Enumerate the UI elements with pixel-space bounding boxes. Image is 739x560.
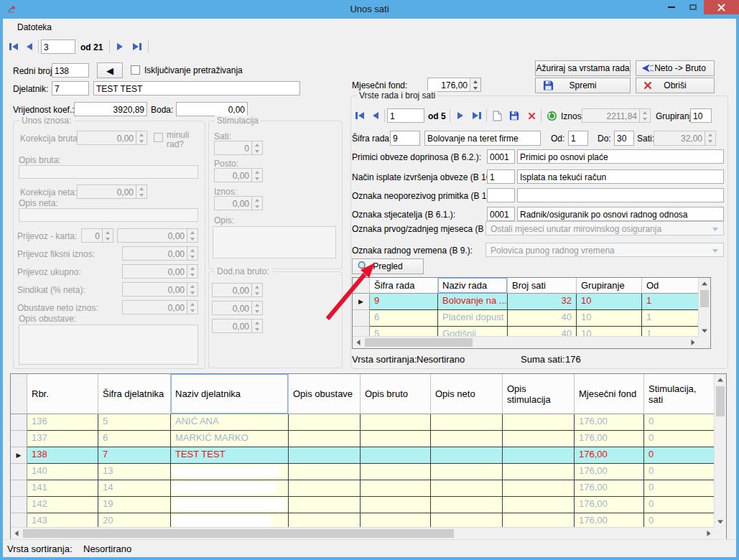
menu-datoteka[interactable]: Datoteka <box>13 21 56 34</box>
back-button[interactable]: ◀ <box>97 62 123 78</box>
last-record-icon <box>473 112 478 119</box>
table-row[interactable]: 141 14 176,00 0 <box>11 480 715 497</box>
table-row[interactable]: ▶ 9 Bolovanje na ... 32 10 1 <box>353 294 699 310</box>
table-row[interactable]: 137 6 MARKIĆ MARKO 176,00 0 <box>11 431 715 447</box>
scroll-thumb[interactable] <box>700 290 709 307</box>
record-position-input[interactable]: 3 <box>41 39 75 54</box>
refresh-button[interactable] <box>544 108 559 123</box>
djelatnik-code-input[interactable]: 7 <box>52 81 89 95</box>
stimulacija-posto-spinner: 0,00 <box>214 168 263 182</box>
add-new-button[interactable] <box>489 108 505 123</box>
work-nav-first-button[interactable] <box>352 108 368 123</box>
pointer-icon <box>641 64 654 73</box>
delete-icon <box>643 81 652 90</box>
save-record-button[interactable] <box>506 108 522 123</box>
col-header-sifra-rada[interactable]: Šifra rada <box>370 278 438 294</box>
djelatnik-name-input[interactable]: TEST TEST <box>93 81 300 95</box>
joppd-desc-1[interactable]: Isplata na tekući račun <box>517 169 724 184</box>
vrste-rada-title: Vrste rada i broj sati <box>357 90 437 101</box>
scroll-right-arrow[interactable] <box>687 337 699 348</box>
nav-last-button[interactable] <box>129 39 145 54</box>
work-nav-last-button[interactable] <box>469 108 485 123</box>
v-scrollbar[interactable] <box>714 374 726 528</box>
minimize-button[interactable] <box>661 0 682 14</box>
toolbar-separator <box>541 109 542 122</box>
oznaka-vremena-select: Polovica punog radnog vremena <box>485 243 724 257</box>
maximize-button[interactable] <box>682 0 704 14</box>
close-button[interactable] <box>704 0 739 14</box>
table-row[interactable]: 6 Plaćeni dopust 40 10 1 <box>353 310 699 327</box>
scroll-up-arrow[interactable] <box>715 374 726 386</box>
sindikat-spinner: 0,00 <box>122 282 198 297</box>
scroll-thumb[interactable] <box>365 338 473 347</box>
col-header-sifra-djelatnika[interactable]: Šifra djelatnika <box>98 374 171 414</box>
grupiranje-input[interactable]: 10 <box>690 108 712 123</box>
work-record-position-input[interactable]: 1 <box>387 108 424 123</box>
mjesecni-fond-spinner[interactable]: 176,00 <box>427 78 481 92</box>
table-row[interactable]: 136 5 ANIĆ ANA 176,00 0 <box>11 414 715 431</box>
azuriraj-button[interactable]: Ažuriraj sa vrstama rada <box>535 60 631 76</box>
save-icon <box>543 80 554 91</box>
work-nav-prev-button[interactable] <box>368 108 384 123</box>
scroll-down-arrow[interactable] <box>699 325 710 337</box>
delete-record-button[interactable] <box>524 108 539 123</box>
scroll-up-arrow[interactable] <box>699 278 710 289</box>
spremi-button[interactable]: Spremi <box>535 78 631 93</box>
col-header-rbr[interactable]: Rbr. <box>27 374 98 414</box>
boda-input[interactable]: 0,00 <box>176 102 248 116</box>
scroll-left-arrow[interactable] <box>353 337 364 348</box>
col-header-opis-bruto[interactable]: Opis bruto <box>361 374 431 414</box>
delete-icon <box>528 112 536 120</box>
scroll-thumb[interactable] <box>716 386 725 416</box>
prijevoz-karta-label: Prijevoz - karta: <box>17 231 77 241</box>
redni-broj-input[interactable]: 138 <box>52 63 89 78</box>
sifra-rada-input[interactable]: 9 <box>390 131 420 146</box>
naziv-rada-input[interactable]: Bolovanje na teret firme <box>424 131 541 146</box>
col-header-grupiranje[interactable]: Grupiranje <box>577 278 642 294</box>
opis-bruta-input <box>19 165 198 179</box>
minuli-rad-checkbox <box>154 133 163 142</box>
table-row-selected[interactable]: ▶ 138 7 TEST TEST 176,00 0 <box>11 447 715 464</box>
obrisi-button[interactable]: Obriši <box>636 78 715 93</box>
col-header-stimulacija-sati[interactable]: Stimulacija, sati <box>644 374 715 414</box>
h-scrollbar[interactable] <box>11 527 715 539</box>
od-input[interactable]: 1 <box>568 131 588 146</box>
col-header-opis-stimulacija[interactable]: Opis stimulacija <box>503 374 575 414</box>
toolbar-separator <box>148 40 149 53</box>
col-header-opis-neto[interactable]: Opis neto <box>431 374 503 414</box>
joppd-desc-2[interactable] <box>517 188 724 202</box>
pregled-button[interactable]: Pregled <box>352 258 424 274</box>
col-header-mjesecni-fond[interactable]: Mjesečni fond <box>575 374 644 414</box>
joppd-desc-3[interactable]: Radnik/osiguranik po osnovi radnog odnos… <box>517 207 724 221</box>
nav-prev-button[interactable] <box>22 39 37 54</box>
vrste-rada-grid: Šifra rada Naziv rada Broj sati Grupiran… <box>352 277 711 349</box>
scroll-thumb[interactable] <box>23 529 454 538</box>
nav-next-button[interactable] <box>112 39 128 54</box>
col-header-naziv-djelatnika[interactable]: Naziv djelatnika <box>171 374 289 414</box>
table-row[interactable]: 140 13 176,00 0 <box>11 464 715 480</box>
scroll-down-arrow[interactable] <box>715 516 726 528</box>
joppd-code-0[interactable]: 0001 <box>487 149 515 164</box>
joppd-desc-0[interactable]: Primici po osnovi plaće <box>517 149 724 164</box>
h-scrollbar[interactable] <box>353 336 699 348</box>
do-input[interactable]: 30 <box>614 131 634 146</box>
koef-input[interactable]: 3920,89 <box>74 102 147 116</box>
col-header-naziv-rada[interactable]: Naziv rada <box>438 278 508 294</box>
nav-first-button[interactable] <box>6 39 22 54</box>
col-header-broj-sati[interactable]: Broj sati <box>508 278 577 294</box>
joppd-code-1[interactable]: 1 <box>487 169 515 184</box>
col-header-opis-obustave[interactable]: Opis obustave <box>289 374 361 414</box>
grid-corner <box>353 278 370 294</box>
col-header-od[interactable]: Od <box>642 278 699 294</box>
client-area: Datoteka 3 od 21 Redni broj: 138 ◀ Isklj… <box>3 19 736 557</box>
v-scrollbar[interactable] <box>698 278 710 337</box>
joppd-code-2[interactable] <box>487 188 515 202</box>
exclude-search-checkbox[interactable] <box>131 65 140 75</box>
work-nav-next-button[interactable] <box>452 108 468 123</box>
toolbar-separator <box>450 109 450 122</box>
scroll-right-arrow[interactable] <box>703 528 715 539</box>
scroll-left-arrow[interactable] <box>11 528 22 539</box>
table-row[interactable]: 142 19 176,00 0 <box>11 497 715 513</box>
neto-bruto-button[interactable]: Neto -> Bruto <box>636 60 715 76</box>
joppd-code-3[interactable]: 0001 <box>487 207 515 221</box>
